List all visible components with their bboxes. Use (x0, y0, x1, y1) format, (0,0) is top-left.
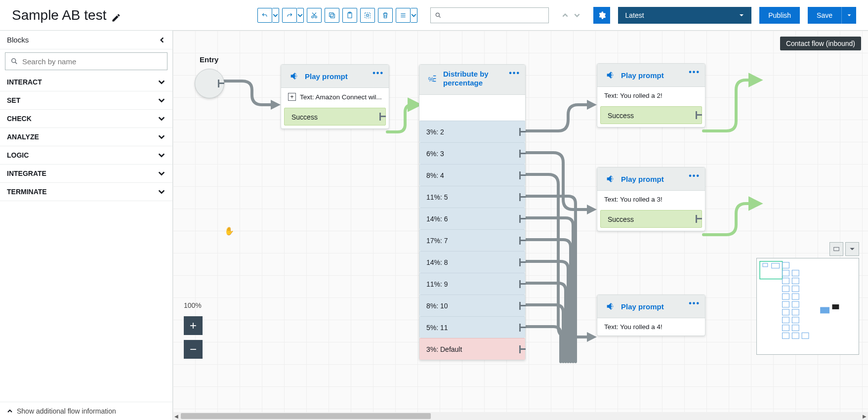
delete-button[interactable] (378, 8, 393, 23)
node-header[interactable]: Play prompt ••• (597, 64, 705, 87)
output-port[interactable] (519, 150, 526, 158)
node-play-prompt-2[interactable]: Play prompt ••• Text: You rolled a 2! Su… (597, 63, 705, 127)
node-distribute[interactable]: % Distribute by percentage ••• 3%: 2 6%:… (419, 64, 526, 360)
port-default[interactable]: 3%: Default (419, 338, 525, 360)
node-header[interactable]: Play prompt ••• (281, 65, 389, 88)
port-row[interactable]: 8%: 10 (419, 294, 525, 316)
output-port[interactable] (519, 302, 526, 310)
save-button[interactable]: Save (808, 7, 841, 24)
node-header[interactable]: Play prompt ••• (597, 168, 705, 191)
svg-point-13 (12, 59, 16, 63)
canvas[interactable]: Contact flow (inbound) Entry (173, 31, 868, 420)
node-play-prompt-4[interactable]: Play prompt ••• Text: You rolled a 4! (597, 294, 705, 336)
port-row[interactable]: 17%: 7 (419, 229, 525, 251)
output-port[interactable] (519, 324, 526, 332)
publish-button[interactable]: Publish (759, 7, 800, 24)
port-row[interactable]: 6%: 3 (419, 142, 525, 164)
output-port[interactable] (696, 215, 703, 223)
show-flow-info[interactable]: Show additional flow information (0, 402, 172, 420)
scroll-right-icon[interactable]: ▶ (861, 412, 868, 420)
port-row[interactable]: 14%: 6 (419, 208, 525, 229)
cat-label: INTEGRATE (7, 169, 46, 177)
expand-icon[interactable]: + (288, 93, 296, 101)
output-port[interactable] (379, 113, 386, 121)
node-play-prompt-3[interactable]: Play prompt ••• Text: You rolled a 3! Su… (597, 167, 705, 231)
search-prev-icon[interactable] (562, 12, 569, 19)
category-integrate[interactable]: INTEGRATE (0, 165, 172, 183)
port-row[interactable]: 8%: 4 (419, 164, 525, 186)
node-header[interactable]: % Distribute by percentage ••• (419, 65, 525, 95)
output-port[interactable] (519, 280, 526, 288)
port-label: 14%: 8 (426, 258, 448, 266)
paste-button[interactable] (342, 8, 357, 23)
redo-button[interactable] (282, 8, 297, 23)
zoom-in-button[interactable]: + (184, 316, 203, 335)
node-menu-icon[interactable]: ••• (689, 299, 700, 308)
node-menu-icon[interactable]: ••• (372, 69, 384, 78)
category-check[interactable]: CHECK (0, 110, 172, 128)
collapse-sidebar-icon[interactable] (159, 37, 165, 43)
node-header[interactable]: Play prompt ••• (597, 295, 705, 318)
port-label: 11%: 9 (426, 280, 448, 288)
svg-rect-28 (783, 325, 789, 331)
port-success[interactable]: Success (600, 210, 702, 228)
layout-button[interactable] (396, 8, 411, 23)
version-dropdown[interactable]: Latest (618, 7, 751, 24)
output-port[interactable] (218, 80, 225, 87)
fit-view-button[interactable] (829, 242, 843, 256)
body-text: Text: You rolled a 4! (604, 323, 662, 331)
entry-circle[interactable] (195, 69, 224, 98)
port-label: 8%: 4 (426, 171, 444, 179)
port-label: 3%: 2 (426, 128, 444, 136)
port-row[interactable]: 14%: 8 (419, 251, 525, 273)
node-body: Text: You rolled a 4! (597, 318, 705, 336)
redo-dropdown[interactable] (297, 8, 304, 23)
copy-button[interactable] (325, 8, 339, 23)
search-next-icon[interactable] (574, 12, 580, 19)
save-dropdown[interactable] (841, 7, 856, 24)
search-input[interactable] (445, 11, 544, 19)
category-logic[interactable]: LOGIC (0, 146, 172, 165)
output-port[interactable] (696, 111, 703, 119)
output-port[interactable] (519, 258, 526, 266)
layout-dropdown[interactable] (411, 8, 417, 23)
output-port[interactable] (519, 345, 526, 353)
port-row[interactable]: 5%: 11 (419, 316, 525, 338)
category-set[interactable]: SET (0, 91, 172, 110)
undo-button[interactable] (257, 8, 272, 23)
output-port[interactable] (519, 128, 526, 136)
select-all-button[interactable] (360, 8, 375, 23)
toolbar-search[interactable] (430, 7, 549, 23)
port-success[interactable]: Success (600, 106, 702, 124)
undo-dropdown[interactable] (272, 8, 279, 23)
category-terminate[interactable]: TERMINATE (0, 183, 172, 201)
node-menu-icon[interactable]: ••• (509, 69, 520, 78)
zoom-level: 100% (184, 301, 202, 309)
minimap-toggle[interactable] (845, 242, 859, 256)
cut-button[interactable] (307, 8, 322, 23)
port-row[interactable]: 11%: 5 (419, 186, 525, 208)
sidebar-search-input[interactable] (22, 57, 162, 66)
output-port[interactable] (519, 215, 526, 223)
port-row[interactable]: 3%: 2 (419, 121, 525, 142)
port-row[interactable]: 11%: 9 (419, 273, 525, 294)
output-port[interactable] (519, 237, 526, 245)
edit-title-icon[interactable] (111, 10, 121, 20)
output-port[interactable] (519, 193, 526, 201)
node-play-prompt-1[interactable]: Play prompt ••• + Text: Amazon Connect w… (281, 64, 389, 129)
scroll-thumb[interactable] (181, 413, 431, 419)
port-success[interactable]: Success (284, 108, 386, 126)
node-menu-icon[interactable]: ••• (689, 171, 700, 180)
output-port[interactable] (519, 171, 526, 179)
sidebar-search[interactable] (5, 52, 167, 70)
category-interact[interactable]: INTERACT (0, 73, 172, 91)
horizontal-scrollbar[interactable]: ◀ ▶ (173, 412, 868, 420)
category-analyze[interactable]: ANALYZE (0, 128, 172, 146)
entry-node[interactable]: Entry (195, 55, 224, 98)
settings-button[interactable] (593, 7, 610, 24)
scroll-left-icon[interactable]: ◀ (173, 412, 180, 420)
body-text: Text: Amazon Connect wil... (300, 93, 382, 101)
minimap[interactable] (756, 258, 859, 355)
zoom-out-button[interactable]: − (184, 340, 203, 359)
node-menu-icon[interactable]: ••• (689, 68, 700, 77)
